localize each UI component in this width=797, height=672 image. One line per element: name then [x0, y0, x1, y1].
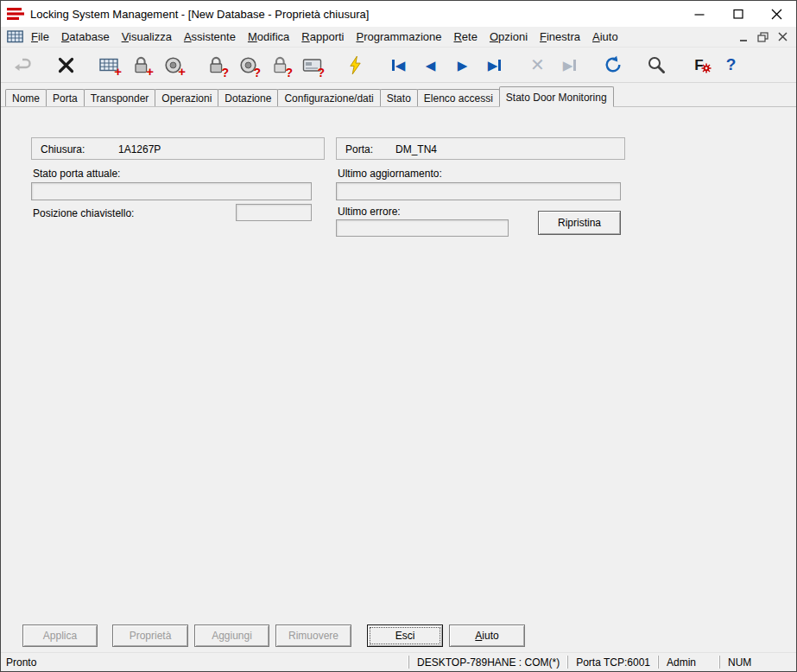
plus-overlay-icon: + — [146, 65, 154, 78]
undo-button[interactable] — [7, 51, 39, 79]
close-icon — [771, 9, 782, 20]
property-tabs: Nome Porta Transponder Operazioni Dotazi… — [1, 83, 796, 107]
stato-porta-input[interactable] — [31, 182, 312, 200]
menu-programmazione[interactable]: Programmazione — [350, 28, 447, 46]
mdi-close-button[interactable] — [774, 29, 792, 45]
question-overlay-icon: ? — [317, 67, 325, 79]
goto-last-icon: ▶ — [563, 59, 577, 72]
last-record-button[interactable]: ▶ — [478, 51, 510, 79]
window-controls — [680, 1, 796, 27]
new-locking-system-button[interactable]: + — [93, 51, 125, 79]
filter-settings-button[interactable]: F — [683, 51, 715, 79]
posizione-chiavistello-input[interactable] — [236, 204, 312, 221]
minimize-button[interactable] — [680, 1, 718, 27]
menu-finestra[interactable]: Finestra — [534, 28, 586, 46]
tab-dotazione[interactable]: Dotazione — [218, 89, 278, 106]
porta-label: Porta: — [345, 143, 373, 155]
mdi-restore-icon — [757, 32, 769, 42]
cancel-search-button[interactable]: ✕ — [522, 51, 553, 79]
tab-stato[interactable]: Stato — [380, 89, 418, 106]
tab-nome[interactable]: Nome — [5, 89, 47, 106]
next-record-icon: ▶ — [458, 59, 468, 72]
menu-file[interactable]: File — [25, 28, 55, 46]
plus-overlay-icon: + — [178, 65, 186, 78]
tab-configurazione-dati[interactable]: Configurazione/dati — [277, 89, 380, 106]
chiusura-value: 1A1267P — [118, 143, 161, 155]
menu-rete[interactable]: Rete — [447, 28, 483, 46]
goto-last-button[interactable]: ▶ — [553, 51, 585, 79]
close-button[interactable] — [757, 1, 796, 27]
undo-icon — [14, 57, 33, 73]
new-transponder-button[interactable]: + — [157, 51, 189, 79]
first-record-icon: ◀ — [392, 59, 406, 72]
menu-visualizza[interactable]: Visualizza — [116, 28, 178, 46]
tab-stato-door-monitoring[interactable]: Stato Door Monitoring — [499, 86, 614, 107]
tab-elenco-accessi[interactable]: Elenco accessi — [417, 89, 500, 106]
ultimo-aggiornamento-input[interactable] — [336, 182, 621, 200]
document-system-menu-icon[interactable] — [5, 30, 24, 44]
mdi-restore-button[interactable] — [754, 29, 772, 45]
previous-record-icon: ◀ — [426, 59, 436, 72]
search-button[interactable] — [640, 51, 672, 79]
mdi-minimize-button[interactable] — [734, 29, 752, 45]
refresh-button[interactable] — [597, 51, 629, 79]
mdi-window-controls — [734, 29, 796, 45]
grid-document-icon — [7, 30, 23, 43]
menu-database[interactable]: Database — [55, 28, 116, 46]
porta-box: Porta: DM_TN4 — [336, 137, 625, 160]
menu-assistente[interactable]: Assistente — [178, 28, 242, 46]
aiuto-button[interactable]: Aiuto — [449, 624, 525, 647]
refresh-icon — [604, 55, 623, 74]
program-lightning-icon — [348, 55, 363, 75]
question-overlay-icon: ? — [285, 67, 293, 79]
menubar: File Database Visualizza Assistente Modi… — [1, 27, 796, 48]
status-tcp-port: Porta TCP:6001 — [567, 656, 658, 669]
menu-rapporti[interactable]: Rapporti — [295, 28, 350, 46]
menu-opzioni[interactable]: Opzioni — [484, 28, 534, 46]
ultimo-errore-input[interactable] — [336, 219, 509, 237]
program-button[interactable] — [339, 51, 371, 79]
ultimo-aggiornamento-label: Ultimo aggiornamento: — [338, 168, 442, 180]
first-record-button[interactable]: ◀ — [383, 51, 414, 79]
status-connection: DESKTOP-789HANE : COM(*) — [408, 656, 567, 669]
read-transponder-button[interactable]: ? — [232, 51, 264, 79]
tab-porta[interactable]: Porta — [46, 89, 85, 106]
statusbar: Pronto DESKTOP-789HANE : COM(*) Porta TC… — [1, 652, 796, 671]
read-card-button[interactable]: ? — [296, 51, 328, 79]
abort-button[interactable] — [50, 51, 82, 79]
status-numlock: NUM — [719, 656, 784, 669]
app-logo-icon — [7, 7, 24, 21]
esci-button[interactable]: Esci — [367, 624, 443, 647]
gear-icon — [701, 63, 712, 76]
chiusura-label: Chiusura: — [41, 143, 85, 155]
minimize-icon — [694, 9, 705, 19]
chiusura-box: Chiusura: 1A1267P — [31, 137, 325, 160]
menu-aiuto[interactable]: Aiuto — [586, 28, 624, 46]
proprieta-button[interactable]: Proprietà — [112, 624, 188, 647]
maximize-button[interactable] — [718, 1, 757, 27]
previous-record-button[interactable]: ◀ — [414, 51, 446, 79]
stato-porta-label: Stato porta attuale: — [33, 168, 120, 180]
abort-icon — [58, 57, 74, 73]
rimuovere-button[interactable]: Rimuovere — [275, 624, 351, 647]
tab-transponder[interactable]: Transponder — [84, 89, 156, 106]
app-window: Locking System Management - [New Databas… — [0, 0, 797, 672]
read-mifare-lock-button[interactable]: ? — [264, 51, 296, 79]
maximize-icon — [733, 9, 743, 19]
toolbar: + + + ? — [1, 48, 796, 83]
cancel-search-icon: ✕ — [530, 56, 545, 73]
new-lock-button[interactable]: + — [125, 51, 157, 79]
status-text: Pronto — [1, 656, 408, 669]
mdi-close-icon — [778, 32, 788, 41]
help-icon: ? — [726, 55, 737, 74]
tab-operazioni[interactable]: Operazioni — [155, 89, 218, 106]
applica-button[interactable]: Applica — [22, 624, 98, 647]
next-record-button[interactable]: ▶ — [446, 51, 478, 79]
ripristina-button[interactable]: Ripristina — [538, 211, 621, 235]
question-overlay-icon: ? — [221, 67, 229, 79]
read-lock-button[interactable]: ? — [200, 51, 232, 79]
aggiungi-button[interactable]: Aggiungi — [194, 624, 269, 647]
help-button[interactable]: ? — [715, 51, 747, 79]
titlebar: Locking System Management - [New Databas… — [1, 1, 796, 27]
menu-modifica[interactable]: Modifica — [242, 28, 295, 46]
